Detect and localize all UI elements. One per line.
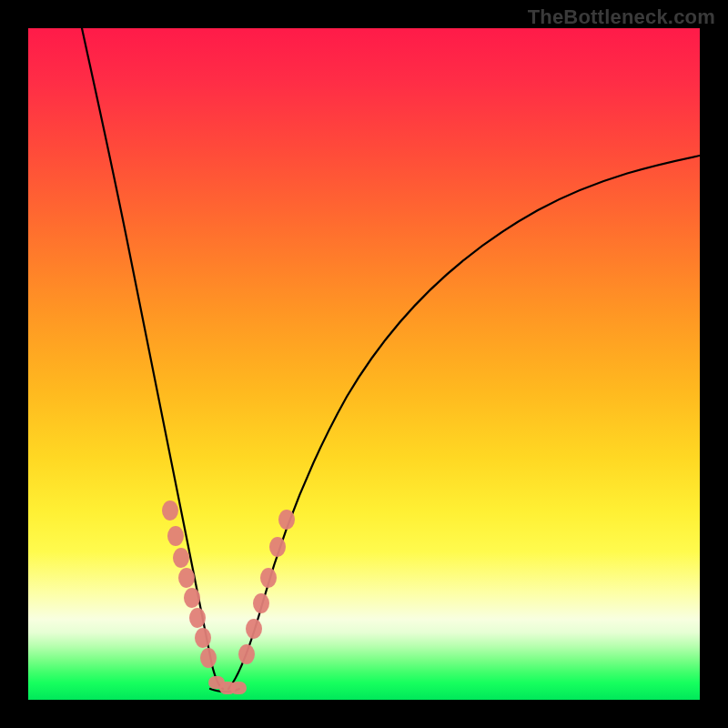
marker-trough [230,682,247,694]
right-curve [228,156,700,689]
chart-frame: TheBottleneck.com [0,0,728,728]
marker-right [238,644,255,664]
chart-svg [28,28,700,700]
marker-right [253,593,269,613]
marker-right [260,568,277,588]
marker-left [162,500,178,521]
marker-left [195,628,211,648]
marker-left [178,568,195,588]
marker-left [189,608,206,628]
watermark-text: TheBottleneck.com [528,5,715,29]
marker-right [246,619,262,639]
left-curve [82,28,223,689]
marker-right [269,537,286,557]
marker-right [278,510,295,530]
plot-area [28,28,700,700]
marker-left [173,548,189,568]
marker-left [200,648,217,668]
marker-left [184,588,200,608]
marker-left [167,526,184,546]
